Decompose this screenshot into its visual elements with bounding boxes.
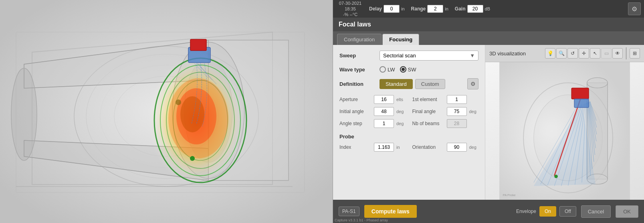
nb-beams-input — [447, 119, 467, 128]
nb-beams-label: Nb of beams — [412, 121, 444, 126]
first-element-row: 1st element — [412, 95, 479, 104]
tab-configuration[interactable]: Configuration — [337, 34, 382, 45]
compute-laws-button[interactable]: Compute laws — [364, 205, 417, 218]
pa-badge: PA-S1 — [339, 207, 359, 216]
final-angle-input[interactable] — [447, 107, 467, 116]
focal-laws-header: Focal laws — [333, 18, 644, 31]
initial-angle-label: Initial angle — [339, 109, 371, 114]
final-angle-unit: deg — [469, 109, 476, 114]
delay-input[interactable] — [384, 5, 400, 13]
first-element-label: 1st element — [412, 97, 444, 102]
delay-unit: in — [401, 6, 405, 11]
definition-label: Definition — [339, 81, 375, 87]
status-display: -% --°C — [343, 12, 357, 17]
viz-header: 3D visualization 💡 🔍 ↺ ✛ ↖ ▭ 👁 ⊞ — [485, 45, 644, 62]
range-label: Range — [411, 6, 426, 12]
definition-buttons: Standard Custom ⚙ — [380, 78, 478, 89]
custom-button[interactable]: Custom — [415, 79, 445, 89]
delay-group: Delay in — [369, 5, 405, 13]
aperture-input[interactable] — [374, 95, 394, 104]
probe-index-unit: in — [396, 145, 400, 150]
radio-circle-lw — [380, 66, 386, 73]
angle-step-row: Angle step deg — [339, 119, 406, 128]
radio-lw[interactable]: LW — [380, 66, 395, 73]
toolbar-divider — [626, 47, 626, 59]
delay-label: Delay — [369, 6, 382, 12]
datetime-block: 07-30-2021 18:35 -% --°C — [336, 0, 364, 18]
probe-orientation-input[interactable] — [447, 143, 467, 152]
rect-button[interactable]: ▭ — [601, 48, 612, 59]
time-display: 18:35 — [345, 6, 356, 12]
main-content: Sweep Sectorial scan ▼ Wave type LW SW — [333, 45, 644, 200]
sweep-label: Sweep — [339, 53, 375, 59]
wave-type-radio-group: LW SW — [380, 66, 416, 73]
bottom-bar: PA-S1 Compute laws Envelope On Off Cance… — [333, 200, 644, 223]
tab-focusing[interactable]: Focusing — [382, 34, 419, 45]
definition-row: Definition Standard Custom ⚙ — [339, 78, 478, 89]
focal-laws-title: Focal laws — [339, 21, 371, 28]
reset-button[interactable]: ↺ — [567, 48, 578, 59]
left-3d-panel — [0, 0, 333, 223]
pointer-button[interactable]: ↖ — [590, 48, 600, 59]
date-display: 07-30-2021 — [339, 0, 361, 6]
initial-angle-unit: deg — [396, 109, 404, 114]
svg-point-54 — [554, 174, 558, 178]
definition-gear-button[interactable]: ⚙ — [467, 78, 478, 89]
angle-step-input[interactable] — [374, 119, 394, 128]
probe-orientation-row: Orientation deg — [412, 143, 479, 152]
gain-group: Gain dB — [455, 5, 490, 13]
envelope-group: Envelope On Off — [516, 206, 576, 217]
gain-unit: dB — [485, 6, 490, 11]
layout-button[interactable]: ⊞ — [630, 48, 640, 59]
move-button[interactable]: ✛ — [579, 48, 589, 59]
zoom-button[interactable]: 🔍 — [556, 48, 567, 59]
radio-label-lw: LW — [388, 67, 395, 73]
initial-angle-input[interactable] — [374, 107, 394, 116]
zoom-icon: 🔍 — [559, 51, 565, 56]
sweep-row: Sweep Sectorial scan ▼ — [339, 51, 478, 61]
probe-index-row: Index in — [339, 143, 406, 152]
probe-orientation-unit: deg — [469, 145, 476, 150]
envelope-on-button[interactable]: On — [539, 206, 556, 217]
probe-label: Probe — [339, 134, 478, 140]
envelope-off-button[interactable]: Off — [559, 206, 576, 217]
gear-small-icon: ⚙ — [470, 81, 476, 87]
form-panel: Sweep Sectorial scan ▼ Wave type LW SW — [333, 45, 485, 200]
svg-rect-53 — [574, 99, 589, 107]
viz-canvas: PA Probe — [485, 62, 644, 200]
eye-icon: 👁 — [615, 51, 620, 56]
wave-type-label: Wave type — [339, 67, 375, 73]
probe-index-input[interactable] — [374, 143, 394, 152]
envelope-label: Envelope — [516, 209, 536, 214]
light-button[interactable]: 💡 — [545, 48, 555, 59]
probe-orientation-label: Orientation — [412, 144, 444, 150]
aperture-unit: elts — [396, 97, 403, 102]
version-text: Capture v3.3.1 b1 - Phased array — [335, 218, 388, 222]
fields-grid: Aperture elts 1st element Initial angle … — [339, 95, 478, 128]
gain-input[interactable] — [467, 5, 483, 13]
svg-point-8 — [11, 68, 37, 160]
probe-index-label: Index — [339, 144, 371, 150]
nb-beams-row: Nb of beams — [412, 119, 479, 128]
reset-icon: ↺ — [571, 51, 575, 56]
standard-button[interactable]: Standard — [380, 79, 413, 89]
cancel-button[interactable]: Cancel — [581, 205, 611, 218]
angle-step-unit: deg — [396, 121, 404, 126]
viz-toolbar: 💡 🔍 ↺ ✛ ↖ ▭ 👁 ⊞ — [545, 47, 640, 59]
svg-point-18 — [190, 156, 195, 161]
sweep-select[interactable]: Sectorial scan ▼ — [380, 51, 478, 61]
wave-type-row: Wave type LW SW — [339, 66, 478, 73]
radio-sw[interactable]: SW — [400, 66, 416, 73]
move-icon: ✛ — [582, 51, 586, 56]
eye-button[interactable]: 👁 — [612, 48, 623, 59]
viz-panel: 3D visualization 💡 🔍 ↺ ✛ ↖ ▭ 👁 ⊞ — [485, 45, 644, 200]
range-input[interactable] — [427, 5, 443, 13]
first-element-input[interactable] — [447, 95, 467, 104]
pointer-icon: ↖ — [593, 51, 597, 56]
svg-point-17 — [176, 99, 181, 105]
final-angle-row: Final angle deg — [412, 107, 479, 116]
ok-button[interactable]: OK — [616, 205, 638, 218]
settings-button[interactable]: ⚙ — [628, 2, 641, 15]
viz-title: 3D visualization — [489, 51, 526, 57]
svg-rect-23 — [190, 39, 206, 51]
